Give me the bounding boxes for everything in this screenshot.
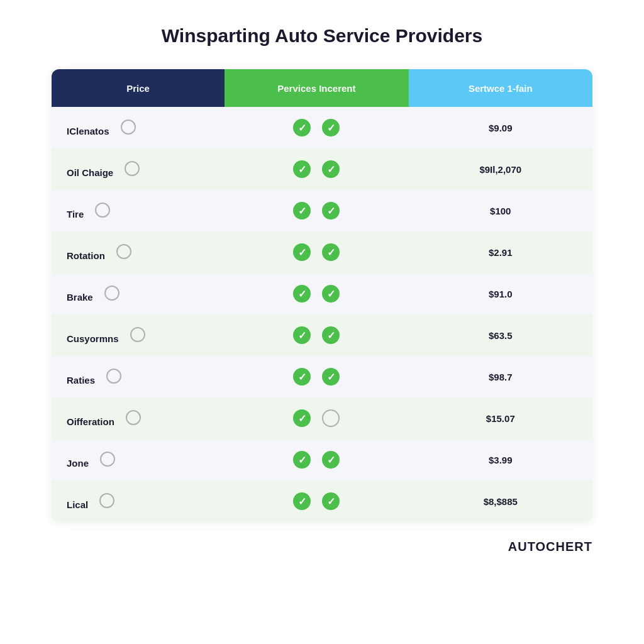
radio-circle[interactable] [99, 493, 114, 508]
service-name-text: Raties [67, 375, 95, 386]
check2-icon: ✓ [322, 368, 340, 386]
check1-icon: ✓ [293, 451, 311, 469]
checks-cell: ✓✓ [225, 107, 408, 148]
check2-icon: ✓ [322, 326, 340, 344]
checks-cell: ✓✓ [225, 190, 408, 231]
page-container: Winsparting Auto Service Providers Price… [0, 0, 644, 644]
table-wrapper: Price Pervices Incerent Sertwce 1-fain I… [52, 69, 592, 522]
price-cell: $8,$885 [409, 480, 592, 522]
table-row: Lical✓✓$8,$885 [52, 480, 592, 522]
col-price-header: Price [52, 69, 225, 107]
service-name-text: Oil Chaige [67, 167, 113, 178]
radio-circle[interactable] [100, 452, 115, 467]
radio-circle[interactable] [125, 161, 140, 176]
table-row: Jone✓✓$3.99 [52, 439, 592, 480]
check2-icon: ✓ [322, 285, 340, 303]
price-cell: $63.5 [409, 314, 592, 356]
checks-cell: ✓ [225, 397, 408, 439]
col-pervices-header: Pervices Incerent [225, 69, 408, 107]
radio-circle[interactable] [121, 119, 136, 135]
table-row: Raties✓✓$98.7 [52, 356, 592, 397]
check2-icon: ✓ [322, 160, 340, 178]
check2-icon: ✓ [322, 243, 340, 261]
table-row: IClenatos✓✓$9.09 [52, 107, 592, 148]
radio-circle[interactable] [116, 244, 131, 259]
table-row: Oil Chaige✓✓$9Il,2,070 [52, 148, 592, 190]
table-row: Tire✓✓$100 [52, 190, 592, 231]
service-name-text: IClenatos [67, 126, 109, 136]
service-name-text: Oifferation [67, 416, 114, 427]
check1-icon: ✓ [293, 202, 311, 219]
branding-text: AUTOCHERT [508, 540, 592, 553]
table-row: Cusyormns✓✓$63.5 [52, 314, 592, 356]
service-name-cell: Lical [52, 480, 225, 522]
price-cell: $3.99 [409, 439, 592, 480]
col-sertwce-header: Sertwce 1-fain [409, 69, 592, 107]
radio-circle[interactable] [104, 286, 119, 301]
check2-icon [322, 409, 340, 427]
radio-circle[interactable] [130, 327, 145, 342]
price-cell: $9Il,2,070 [409, 148, 592, 190]
service-name-text: Lical [67, 499, 88, 510]
price-cell: $98.7 [409, 356, 592, 397]
service-name-cell: Tire [52, 190, 225, 231]
check1-icon: ✓ [293, 285, 311, 303]
radio-circle[interactable] [126, 410, 141, 425]
check1-icon: ✓ [293, 326, 311, 344]
service-name-cell: Oifferation [52, 397, 225, 439]
checks-cell: ✓✓ [225, 480, 408, 522]
check2-icon: ✓ [322, 202, 340, 219]
radio-circle[interactable] [106, 369, 121, 384]
check2-icon: ✓ [322, 119, 340, 136]
page-title: Winsparting Auto Service Providers [162, 25, 482, 47]
check1-icon: ✓ [293, 492, 311, 510]
checks-cell: ✓✓ [225, 356, 408, 397]
service-name-text: Rotation [67, 250, 105, 261]
price-cell: $9.09 [409, 107, 592, 148]
table-row: Brake✓✓$91.0 [52, 273, 592, 314]
service-name-cell: Jone [52, 439, 225, 480]
service-name-text: Cusyormns [67, 333, 119, 344]
check1-icon: ✓ [293, 368, 311, 386]
service-name-cell: Raties [52, 356, 225, 397]
service-table: Price Pervices Incerent Sertwce 1-fain I… [52, 69, 592, 522]
service-name-cell: IClenatos [52, 107, 225, 148]
checks-cell: ✓✓ [225, 314, 408, 356]
service-name-cell: Cusyormns [52, 314, 225, 356]
radio-circle[interactable] [95, 203, 110, 218]
checks-cell: ✓✓ [225, 148, 408, 190]
table-row: Rotation✓✓$2.91 [52, 231, 592, 273]
checks-cell: ✓✓ [225, 439, 408, 480]
check2-icon: ✓ [322, 492, 340, 510]
table-row: Oifferation✓$15.07 [52, 397, 592, 439]
service-name-text: Tire [67, 209, 84, 219]
price-cell: $91.0 [409, 273, 592, 314]
service-name-cell: Brake [52, 273, 225, 314]
check2-icon: ✓ [322, 451, 340, 469]
price-cell: $100 [409, 190, 592, 231]
check1-icon: ✓ [293, 409, 311, 427]
check1-icon: ✓ [293, 243, 311, 261]
service-name-text: Brake [67, 292, 93, 303]
check1-icon: ✓ [293, 119, 311, 136]
price-cell: $2.91 [409, 231, 592, 273]
service-name-cell: Oil Chaige [52, 148, 225, 190]
checks-cell: ✓✓ [225, 273, 408, 314]
table-header-row: Price Pervices Incerent Sertwce 1-fain [52, 69, 592, 107]
service-name-cell: Rotation [52, 231, 225, 273]
checks-cell: ✓✓ [225, 231, 408, 273]
check1-icon: ✓ [293, 160, 311, 178]
price-cell: $15.07 [409, 397, 592, 439]
branding: AUTOCHERT [52, 540, 592, 554]
service-name-text: Jone [67, 458, 89, 469]
